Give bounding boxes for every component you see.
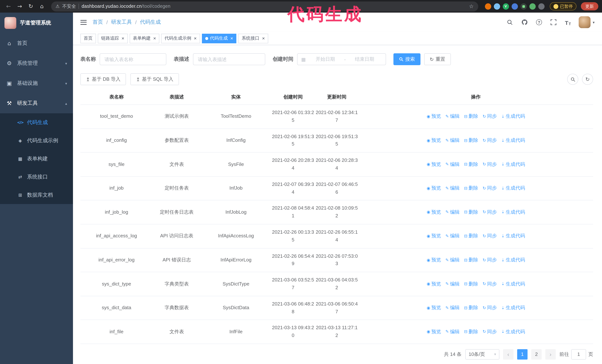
action-delete-link[interactable]: ⊟删除 bbox=[464, 184, 478, 192]
action-edit-link[interactable]: ✎编辑 bbox=[445, 161, 460, 168]
sidebar-collapse-icon[interactable] bbox=[80, 18, 87, 26]
tab-close-icon[interactable]: × bbox=[262, 36, 265, 41]
tab-codegen[interactable]: 代码生成 × bbox=[202, 33, 236, 43]
search-button[interactable]: 搜索 bbox=[393, 53, 420, 65]
sidebar-item-dev-tools[interactable]: ⚒ 研发工具 ▴ bbox=[0, 93, 73, 113]
action-sync-link[interactable]: ↻同步 bbox=[483, 232, 497, 240]
address-bar[interactable]: ⚠ 不安全 dashboard.yudao.iocoder.cn/tool/co… bbox=[51, 1, 478, 11]
extension-icon[interactable] bbox=[520, 3, 527, 10]
sidebar-item-home[interactable]: ⌂ 首页 bbox=[0, 33, 73, 53]
page-button-2[interactable]: 2 bbox=[531, 349, 542, 360]
bookmark-star-icon[interactable]: ☆ bbox=[469, 3, 474, 9]
next-page-button[interactable]: › bbox=[545, 349, 556, 360]
browser-home-icon[interactable]: ⌂ bbox=[37, 1, 47, 11]
search-icon[interactable] bbox=[506, 19, 514, 26]
sidebar-item-system-api[interactable]: ⇄ 系统接口 bbox=[0, 168, 73, 186]
github-icon[interactable] bbox=[521, 19, 528, 26]
action-edit-link[interactable]: ✎编辑 bbox=[445, 280, 460, 288]
action-generate-code-link[interactable]: ⇣生成代码 bbox=[501, 232, 525, 240]
action-generate-code-link[interactable]: ⇣生成代码 bbox=[501, 328, 525, 336]
extension-puzzle-icon[interactable] bbox=[538, 3, 544, 10]
sidebar-item-system-management[interactable]: ⚙ 系统管理 ▾ bbox=[0, 53, 73, 73]
action-sync-link[interactable]: ↻同步 bbox=[483, 328, 497, 336]
extension-icon[interactable]: V bbox=[503, 3, 509, 10]
action-generate-code-link[interactable]: ⇣生成代码 bbox=[501, 184, 525, 192]
extension-icon[interactable] bbox=[485, 3, 491, 10]
action-generate-code-link[interactable]: ⇣生成代码 bbox=[501, 280, 525, 288]
fullscreen-icon[interactable] bbox=[550, 19, 557, 26]
action-edit-link[interactable]: ✎编辑 bbox=[445, 256, 460, 264]
action-delete-link[interactable]: ⊟删除 bbox=[464, 232, 478, 240]
action-preview-link[interactable]: ◉预览 bbox=[427, 208, 441, 216]
action-delete-link[interactable]: ⊟删除 bbox=[464, 256, 478, 264]
tab-codegen-example[interactable]: 代码生成示例 × bbox=[161, 33, 200, 43]
tab-close-icon[interactable]: × bbox=[121, 36, 124, 41]
tab-system-api[interactable]: 系统接口 × bbox=[238, 33, 268, 43]
tab-form-builder[interactable]: 表单构建 × bbox=[129, 33, 159, 43]
action-preview-link[interactable]: ◉预览 bbox=[427, 137, 441, 145]
action-edit-link[interactable]: ✎编辑 bbox=[445, 208, 460, 216]
action-sync-link[interactable]: ↻同步 bbox=[483, 113, 497, 121]
action-delete-link[interactable]: ⊟删除 bbox=[464, 328, 478, 336]
action-delete-link[interactable]: ⊟删除 bbox=[464, 304, 478, 312]
breadcrumb-dev-tools[interactable]: 研发工具 bbox=[111, 19, 132, 26]
action-delete-link[interactable]: ⊟删除 bbox=[464, 280, 478, 288]
tab-tracing[interactable]: 链路追踪 × bbox=[98, 33, 128, 43]
action-edit-link[interactable]: ✎编辑 bbox=[445, 184, 460, 192]
browser-reload-icon[interactable]: ↻ bbox=[26, 1, 36, 11]
reset-button[interactable]: ↻ 重置 bbox=[424, 53, 451, 65]
action-generate-code-link[interactable]: ⇣生成代码 bbox=[501, 137, 525, 145]
action-sync-link[interactable]: ↻同步 bbox=[483, 256, 497, 264]
action-preview-link[interactable]: ◉预览 bbox=[427, 161, 441, 168]
sidebar-item-codegen-example[interactable]: ◈ 代码生成示例 bbox=[0, 131, 73, 150]
action-sync-link[interactable]: ↻同步 bbox=[483, 184, 497, 192]
action-edit-link[interactable]: ✎编辑 bbox=[445, 113, 460, 121]
import-sql-button[interactable]: ↥ 基于 SQL 导入 bbox=[130, 73, 179, 85]
action-sync-link[interactable]: ↻同步 bbox=[483, 304, 497, 312]
action-preview-link[interactable]: ◉预览 bbox=[427, 232, 441, 240]
action-sync-link[interactable]: ↻同步 bbox=[483, 280, 497, 288]
refresh-table-button[interactable]: ↻ bbox=[582, 74, 593, 85]
action-sync-link[interactable]: ↻同步 bbox=[483, 208, 497, 216]
date-range-picker[interactable]: ▦ 开始日期 - 结束日期 bbox=[297, 53, 386, 65]
tab-home[interactable]: 首页 bbox=[80, 33, 96, 43]
action-generate-code-link[interactable]: ⇣生成代码 bbox=[501, 256, 525, 264]
table-name-input[interactable] bbox=[100, 53, 166, 65]
action-edit-link[interactable]: ✎编辑 bbox=[445, 328, 460, 336]
toggle-search-button[interactable] bbox=[567, 74, 578, 85]
goto-page-input[interactable] bbox=[571, 349, 586, 360]
action-delete-link[interactable]: ⊟删除 bbox=[464, 161, 478, 168]
page-button-1[interactable]: 1 bbox=[517, 349, 527, 360]
tab-close-icon[interactable]: × bbox=[194, 36, 196, 41]
help-icon[interactable]: ? bbox=[535, 19, 543, 26]
tab-close-icon[interactable]: × bbox=[230, 36, 233, 41]
action-edit-link[interactable]: ✎编辑 bbox=[445, 137, 460, 145]
action-generate-code-link[interactable]: ⇣生成代码 bbox=[501, 161, 525, 168]
breadcrumb-home[interactable]: 首页 bbox=[93, 19, 103, 26]
action-sync-link[interactable]: ↻同步 bbox=[483, 137, 497, 145]
action-edit-link[interactable]: ✎编辑 bbox=[445, 232, 460, 240]
browser-update-button[interactable]: 更新 bbox=[581, 2, 598, 10]
extension-icon[interactable] bbox=[529, 3, 536, 10]
paused-badge[interactable]: 已暂停 bbox=[549, 2, 576, 10]
action-preview-link[interactable]: ◉预览 bbox=[427, 328, 441, 336]
tab-close-icon[interactable]: × bbox=[153, 36, 156, 41]
action-generate-code-link[interactable]: ⇣生成代码 bbox=[501, 208, 525, 216]
action-preview-link[interactable]: ◉预览 bbox=[427, 304, 441, 312]
action-generate-code-link[interactable]: ⇣生成代码 bbox=[501, 113, 525, 121]
action-preview-link[interactable]: ◉预览 bbox=[427, 113, 441, 121]
sidebar-item-form-builder[interactable]: ▦ 表单构建 bbox=[0, 150, 73, 168]
extension-icon[interactable] bbox=[494, 3, 500, 10]
action-delete-link[interactable]: ⊟删除 bbox=[464, 113, 478, 121]
action-sync-link[interactable]: ↻同步 bbox=[483, 161, 497, 168]
action-preview-link[interactable]: ◉预览 bbox=[427, 184, 441, 192]
sidebar-item-db-docs[interactable]: ⊞ 数据库文档 bbox=[0, 186, 73, 204]
extension-icon[interactable] bbox=[511, 3, 518, 10]
import-db-button[interactable]: ↥ 基于 DB 导入 bbox=[80, 73, 126, 85]
sidebar-item-infrastructure[interactable]: ▣ 基础设施 ▾ bbox=[0, 73, 73, 93]
user-menu[interactable]: ▾ bbox=[579, 16, 595, 28]
font-size-icon[interactable]: TT bbox=[564, 19, 572, 26]
browser-back-icon[interactable]: ← bbox=[4, 1, 13, 11]
action-preview-link[interactable]: ◉预览 bbox=[427, 280, 441, 288]
prev-page-button[interactable]: ‹ bbox=[503, 349, 514, 360]
